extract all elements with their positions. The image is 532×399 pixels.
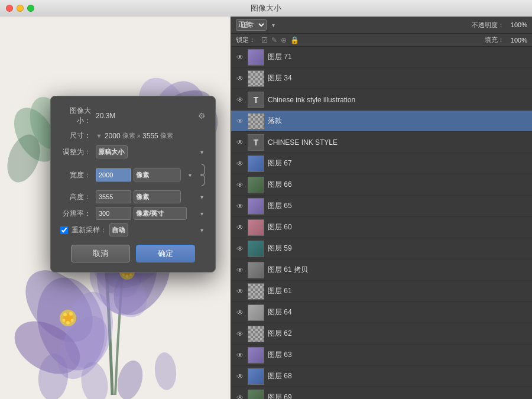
layer-item[interactable]: 👁图层 60 — [231, 217, 532, 238]
layer-visibility-icon[interactable]: 👁 — [235, 244, 245, 254]
cancel-button[interactable]: 取消 — [71, 245, 130, 262]
layer-item[interactable]: 👁图层 59 — [231, 238, 532, 259]
layer-item[interactable]: 👁图层 61 — [231, 281, 532, 302]
layer-name: 图层 66 — [268, 180, 528, 190]
window-controls[interactable] — [6, 5, 34, 12]
settings-icon[interactable]: ⚙ — [198, 111, 206, 121]
layer-visibility-icon[interactable]: 👁 — [235, 265, 245, 275]
layer-item[interactable]: 👁TChinese ink style illustration — [231, 89, 532, 111]
layer-name: 图层 68 — [268, 371, 528, 381]
layer-name: 图层 67 — [268, 158, 528, 168]
layer-thumbnail: T — [248, 134, 264, 151]
image-size-dialog[interactable]: 图像大小： 20.3M ⚙ 尺寸： ▼ 2000 像素 × 3555 像素 — [50, 96, 216, 273]
res-unit-wrapper[interactable]: 像素/英寸 像素/英寸 — [134, 207, 206, 220]
layer-visibility-icon[interactable]: 👁 — [235, 158, 245, 169]
layer-visibility-icon[interactable]: 👁 — [235, 116, 245, 126]
layer-name: 图层 34 — [268, 73, 528, 83]
height-input[interactable] — [96, 190, 131, 203]
layer-name: CHINESE INK STYLE — [268, 138, 528, 147]
layer-thumbnail — [248, 347, 264, 364]
opacity-input[interactable] — [507, 21, 527, 28]
adjust-select[interactable]: 原稿大小 — [96, 145, 128, 158]
layer-item[interactable]: 👁图层 64 — [231, 302, 532, 323]
canvas-area: 图像大小： 20.3M ⚙ 尺寸： ▼ 2000 像素 × 3555 像素 — [0, 17, 231, 399]
close-button[interactable] — [6, 5, 13, 12]
layer-thumbnail — [248, 390, 264, 400]
layer-name: 落款 — [268, 116, 528, 126]
height-unit-wrapper[interactable]: 像素 像素 — [134, 190, 206, 203]
layer-name: 图层 71 — [268, 52, 528, 62]
height-row: 高度： 像素 像素 — [60, 190, 206, 203]
layer-visibility-icon[interactable]: 👁 — [235, 286, 245, 297]
layer-visibility-icon[interactable]: 👁 — [235, 137, 245, 148]
layer-visibility-icon[interactable]: 👁 — [235, 329, 245, 339]
layer-item[interactable]: 👁图层 68 — [231, 366, 532, 387]
layer-thumbnail — [248, 155, 264, 172]
layer-visibility-icon[interactable]: 👁 — [235, 95, 245, 105]
lock-artboard-icon[interactable]: ⊕ — [281, 36, 287, 44]
lock-label: 锁定： — [236, 35, 255, 44]
width-input[interactable] — [96, 168, 131, 181]
size-value: 20.3M — [96, 112, 115, 120]
layer-visibility-icon[interactable]: 👁 — [235, 307, 245, 318]
layer-thumbnail — [248, 326, 264, 342]
adjust-select-wrapper[interactable]: 原稿大小 原稿大小 — [96, 145, 206, 158]
layer-item[interactable]: 👁TCHINESE INK STYLE — [231, 132, 532, 153]
layer-name: 图层 60 — [268, 222, 528, 232]
layer-item[interactable]: 👁图层 67 — [231, 153, 532, 174]
layer-item[interactable]: 👁图层 71 — [231, 47, 532, 68]
layer-thumbnail: T — [248, 92, 264, 108]
size-label: 图像大小： — [60, 106, 91, 126]
width-unit-wrapper[interactable]: 像素 像素 — [134, 168, 194, 181]
layer-thumbnail — [248, 283, 264, 300]
resample-checkbox[interactable] — [60, 226, 68, 234]
window-title: 图像大小 — [251, 3, 281, 14]
resample-select-wrapper[interactable]: 自动 自动 — [109, 223, 206, 236]
layers-panel: 正常 正常 不透明度： 锁定： ☑ ✎ ⊕ 🔒 填充： — [231, 17, 532, 399]
width-unit-select[interactable]: 像素 — [134, 168, 181, 181]
blend-mode-select[interactable]: 正常 — [236, 19, 267, 31]
layer-item[interactable]: 👁图层 66 — [231, 174, 532, 196]
layer-item[interactable]: 👁图层 63 — [231, 345, 532, 366]
blend-mode-wrapper[interactable]: 正常 正常 — [236, 19, 277, 31]
dialog-adjust-row: 调整为： 原稿大小 原稿大小 — [60, 145, 206, 158]
layer-item[interactable]: 👁落款 — [231, 111, 532, 132]
title-bar: 图像大小 — [0, 0, 532, 17]
layer-visibility-icon[interactable]: 👁 — [235, 371, 245, 382]
res-input[interactable] — [96, 207, 131, 220]
layer-visibility-icon[interactable]: 👁 — [235, 52, 245, 63]
dim-icon: ▼ — [96, 132, 102, 140]
maximize-button[interactable] — [27, 5, 34, 12]
fill-input[interactable] — [507, 37, 527, 44]
layer-name: 图层 61 — [268, 286, 528, 296]
layer-thumbnail — [248, 219, 264, 236]
layer-item[interactable]: 👁图层 65 — [231, 196, 532, 217]
dim-height: 3555 — [142, 132, 158, 140]
layer-item[interactable]: 👁图层 69 — [231, 387, 532, 399]
layer-visibility-icon[interactable]: 👁 — [235, 73, 245, 84]
resample-label: 重新采样： — [72, 225, 107, 235]
dim-unit-w: 像素 — [122, 131, 135, 140]
layer-thumbnail — [248, 198, 264, 215]
lock-position-icon[interactable]: ✎ — [271, 36, 277, 44]
layer-visibility-icon[interactable]: 👁 — [235, 201, 245, 212]
layer-visibility-icon[interactable]: 👁 — [235, 392, 245, 400]
layer-thumbnail — [248, 70, 264, 87]
layer-item[interactable]: 👁图层 62 — [231, 323, 532, 345]
layer-visibility-icon[interactable]: 👁 — [235, 180, 245, 190]
layer-visibility-icon[interactable]: 👁 — [235, 222, 245, 233]
res-unit-select[interactable]: 像素/英寸 — [134, 207, 187, 220]
layer-item[interactable]: 👁图层 61 拷贝 — [231, 259, 532, 281]
lock-pixels-icon[interactable]: ☑ — [261, 36, 268, 44]
lock-all-icon[interactable]: 🔒 — [290, 36, 299, 44]
layer-item[interactable]: 👁图层 34 — [231, 68, 532, 89]
resample-row: 重新采样： 自动 自动 — [60, 223, 206, 236]
dialog-dim-row: 尺寸： ▼ 2000 像素 × 3555 像素 — [60, 131, 206, 141]
layers-list[interactable]: 👁图层 71👁图层 34👁TChinese ink style illustra… — [231, 47, 532, 399]
ok-button[interactable]: 确定 — [136, 245, 195, 262]
height-unit-select[interactable]: 像素 — [134, 190, 181, 203]
minimize-button[interactable] — [17, 5, 24, 12]
resample-select[interactable]: 自动 — [109, 223, 128, 236]
layer-visibility-icon[interactable]: 👁 — [235, 350, 245, 361]
adjust-label: 调整为： — [60, 147, 91, 157]
